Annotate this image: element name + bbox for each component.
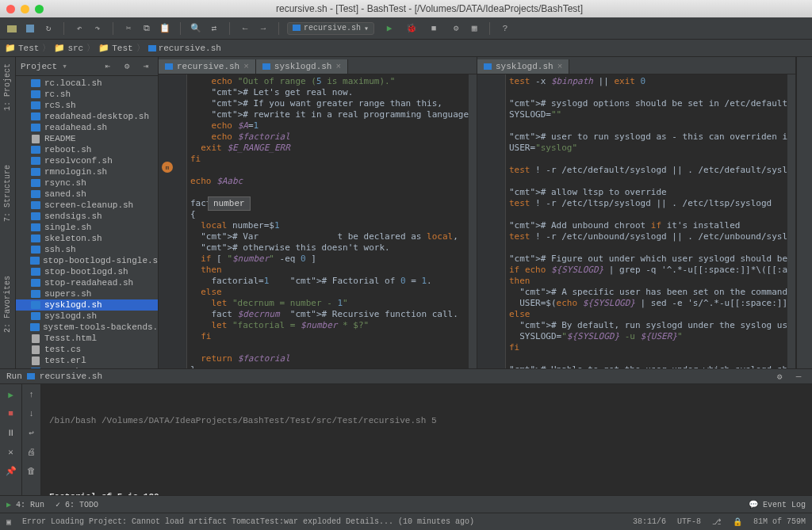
tree-item[interactable]: sendsigs.sh (16, 211, 158, 222)
undo-icon[interactable]: ↶ (72, 21, 86, 36)
tree-item[interactable]: Tesst.html (16, 333, 158, 344)
replace-icon[interactable]: ⇄ (207, 21, 221, 36)
code-editor[interactable]: test -x $binpath || exit 0 "cmt"># syslo… (477, 74, 795, 368)
tree-item[interactable]: stop-bootlogd-single.sh (16, 255, 158, 266)
tool-window-favorites[interactable]: 2: Favorites (3, 273, 12, 336)
tool-window-structure[interactable]: 7: Structure (3, 162, 12, 225)
tree-item[interactable]: readahead-desktop.sh (16, 111, 158, 122)
pin-icon[interactable]: 📌 (4, 463, 18, 478)
hide-icon[interactable]: ⇥ (139, 59, 153, 74)
find-icon[interactable]: 🔍 (189, 21, 203, 36)
save-icon[interactable] (23, 21, 37, 36)
gear-icon[interactable]: ⚙ (772, 369, 787, 383)
close-icon[interactable]: × (335, 62, 341, 71)
tree-item[interactable]: system-tools-backends.sh (16, 322, 158, 333)
cursor-position[interactable]: 38:11/6 (633, 517, 666, 526)
tree-item[interactable]: saned.sh (16, 189, 158, 200)
tree-item[interactable]: stop-bootlogd.sh (16, 266, 158, 277)
tree-item[interactable]: README (16, 133, 158, 144)
file-icon (30, 134, 41, 143)
tree-item[interactable]: reboot.sh (16, 144, 158, 155)
gutter-mark-icon[interactable]: m (162, 162, 173, 173)
print-icon[interactable]: 🖨 (25, 444, 39, 459)
close-icon[interactable]: × (243, 62, 249, 71)
close-icon[interactable]: ✕ (4, 444, 18, 459)
git-icon[interactable]: ⎇ (712, 517, 722, 527)
editor-tab[interactable]: recursive.sh× (159, 59, 256, 74)
project-tree[interactable]: rc.local.shrc.shrcS.shreadahead-desktop.… (16, 76, 158, 368)
debug-icon[interactable]: 🐞 (404, 21, 419, 36)
settings-icon[interactable]: ⚙ (449, 21, 463, 36)
stop-icon[interactable]: ■ (427, 21, 441, 36)
breadcrumb-item[interactable]: 📁 Test (5, 43, 39, 53)
bash-file-icon (30, 212, 41, 221)
file-name: sysklogd.sh (44, 300, 102, 310)
cut-icon[interactable]: ✂ (121, 21, 136, 36)
lock-icon[interactable]: 🔒 (733, 517, 742, 527)
clear-icon[interactable]: 🗑 (25, 463, 39, 478)
tree-item[interactable]: rc.local.sh (16, 78, 158, 89)
file-encoding[interactable]: UTF-8 (677, 517, 701, 526)
back-icon[interactable]: ← (238, 21, 252, 36)
tree-item[interactable]: test.erl (16, 355, 158, 366)
pause-icon[interactable]: ⏸ (4, 425, 18, 440)
tool-window-run[interactable]: ▶ 4: Run (6, 500, 44, 509)
down-icon[interactable]: ↓ (25, 406, 39, 421)
memory-indicator[interactable]: 81M of 759M (753, 517, 806, 526)
tree-item[interactable]: screen-cleanup.sh (16, 200, 158, 211)
wrap-icon[interactable]: ↩ (25, 425, 39, 440)
window-minimize-icon[interactable] (21, 5, 29, 13)
tool-window-todo[interactable]: ✓ 6: TODO (56, 500, 98, 509)
tree-item[interactable]: resolvconf.sh (16, 155, 158, 166)
tree-item[interactable]: single.sh (16, 222, 158, 233)
code-editor[interactable]: m echo "Out of range (5 is maximum)." "c… (159, 74, 477, 368)
editor-tab[interactable]: sysklogd.sh× (256, 59, 348, 74)
tree-item[interactable]: rsync.sh (16, 177, 158, 189)
svg-rect-6 (484, 63, 492, 70)
tree-item[interactable]: ssh.sh (16, 244, 158, 255)
tree-item[interactable]: skeleton.sh (16, 233, 158, 244)
breadcrumb-item[interactable]: 📁 Test (98, 43, 132, 53)
forward-icon[interactable]: → (256, 21, 270, 36)
status-message[interactable]: Error Loading Project: Cannot load artif… (22, 517, 474, 526)
breadcrumb-item[interactable]: 📁 src (54, 43, 83, 53)
tree-item[interactable]: readahead.sh (16, 122, 158, 133)
window-zoom-icon[interactable] (35, 5, 44, 13)
window-close-icon[interactable] (6, 5, 15, 13)
tree-item[interactable]: test.cs (16, 344, 158, 355)
hide-icon[interactable]: — (791, 369, 806, 383)
stop-icon[interactable]: ■ (4, 406, 18, 421)
event-log-button[interactable]: 💬 Event Log (749, 500, 806, 509)
open-file-icon[interactable] (5, 21, 19, 36)
project-structure-icon[interactable]: ▦ (467, 21, 481, 36)
bottom-tool-buttons: ▶ 4: Run ✓ 6: TODO 💬 Event Log (0, 495, 812, 513)
tree-item[interactable]: rmnologin.sh (16, 166, 158, 177)
copy-icon[interactable]: ⧉ (140, 21, 154, 36)
collapse-icon[interactable]: ⇤ (101, 59, 115, 74)
tree-item[interactable]: supers.sh (16, 288, 158, 299)
tool-window-project[interactable]: 1: Project (3, 60, 12, 114)
close-icon[interactable]: × (557, 62, 563, 71)
file-name: stop-bootlogd-single.sh (43, 256, 158, 265)
gear-icon[interactable]: ⚙ (120, 59, 134, 74)
editor-tab[interactable]: sysklogd.sh× (477, 59, 569, 74)
tree-item[interactable]: stop-readahead.sh (16, 277, 158, 288)
svg-rect-5 (262, 63, 270, 70)
svg-rect-1 (26, 25, 34, 32)
tree-item[interactable]: syslogd.sh (16, 311, 158, 322)
tree-item[interactable]: rcS.sh (16, 100, 158, 111)
file-name: README (44, 134, 76, 143)
paste-icon[interactable]: 📋 (158, 21, 172, 36)
up-icon[interactable]: ↑ (25, 387, 39, 402)
run-icon[interactable]: ▶ (382, 21, 396, 36)
redo-icon[interactable]: ↷ (90, 21, 105, 36)
help-icon[interactable]: ? (498, 21, 512, 36)
tool-windows-icon[interactable]: ▣ (6, 517, 11, 527)
tree-item[interactable]: rc.sh (16, 89, 158, 100)
tree-item[interactable]: sysklogd.sh (16, 299, 158, 311)
code-completion-popup[interactable]: number (208, 196, 251, 211)
breadcrumb-item[interactable]: recursive.sh (148, 44, 221, 53)
sync-icon[interactable]: ↻ (41, 21, 56, 36)
rerun-icon[interactable]: ▶ (4, 387, 18, 402)
run-config-selector[interactable]: recursive.sh ▾ (287, 22, 374, 35)
